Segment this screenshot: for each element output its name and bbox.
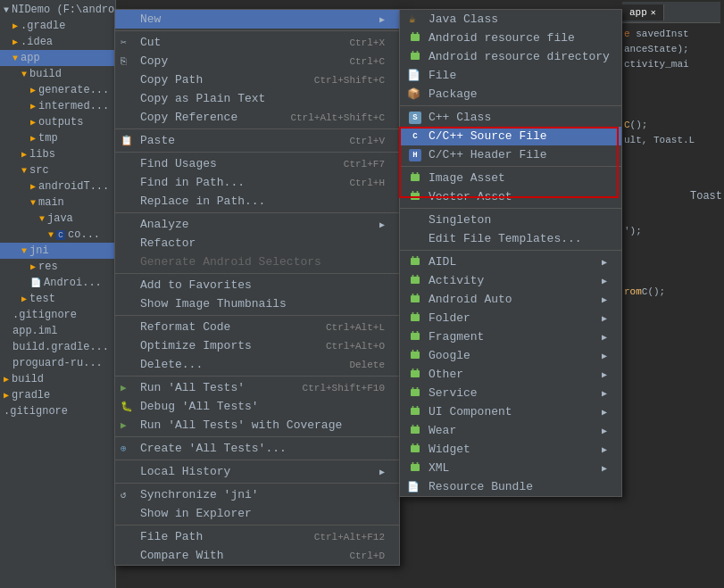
menu-item-create[interactable]: ⊕ Create 'All Tests'...	[115, 439, 399, 458]
image-asset-icon	[409, 170, 421, 186]
menu-item-paste[interactable]: 📋 Paste Ctrl+V	[115, 131, 399, 150]
tree-intermed[interactable]: ▶ intermed...	[0, 98, 115, 114]
tree-buildgradle[interactable]: build.gradle...	[0, 339, 115, 355]
menu-item-favorites[interactable]: Add to Favorites	[115, 276, 399, 294]
submenu-item-android-auto[interactable]: Android Auto ▶	[400, 290, 621, 309]
wear-arrow: ▶	[602, 426, 607, 436]
submenu-cpp-class-label: C++ Class	[429, 111, 491, 124]
tree-app[interactable]: ▼ app	[0, 50, 115, 66]
menu-item-reformat-label: Reformat Code	[140, 320, 308, 334]
submenu-item-xml[interactable]: XML ▶	[400, 459, 621, 477]
tree-gradle2[interactable]: ▶ gradle	[0, 387, 115, 403]
menu-item-new-label: New	[140, 12, 376, 26]
code-line-14: ');	[624, 224, 719, 239]
tree-build[interactable]: ▼ build	[0, 66, 115, 82]
submenu-item-folder[interactable]: Folder ▶	[400, 309, 621, 327]
menu-item-new[interactable]: New ▶	[115, 10, 399, 29]
menu-item-compare[interactable]: Compare With Ctrl+D	[115, 546, 399, 565]
menu-item-replace-path[interactable]: Replace in Path...	[115, 192, 399, 211]
tree-main[interactable]: ▼ main	[0, 195, 115, 211]
submenu-item-cpp-header[interactable]: H C/C++ Header File	[400, 145, 621, 164]
menu-item-local-history[interactable]: Local History ▶	[115, 462, 399, 481]
menu-item-find-usages[interactable]: Find Usages Ctrl+F7	[115, 154, 399, 173]
submenu-item-vector-asset[interactable]: Vector Asset	[400, 187, 621, 206]
menu-item-filepath[interactable]: File Path Ctrl+Alt+F12	[115, 527, 399, 546]
submenu-item-widget[interactable]: Widget ▶	[400, 440, 621, 459]
tree-generate[interactable]: ▶ generate...	[0, 82, 115, 98]
menu-item-cut[interactable]: ✂ Cut Ctrl+X	[115, 33, 399, 52]
submenu-item-google[interactable]: Google ▶	[400, 346, 621, 365]
submenu-item-cpp-source[interactable]: C C/C++ Source File	[400, 127, 621, 145]
menu-item-optimize-label: Optimize Imports	[140, 339, 308, 352]
tree-co[interactable]: ▼ c co...	[0, 227, 115, 243]
tree-appiml[interactable]: app.iml	[0, 323, 115, 339]
menu-item-find-path[interactable]: Find in Path... Ctrl+H	[115, 173, 399, 192]
menu-run-shortcut: Ctrl+Shift+F10	[303, 383, 385, 393]
submenu-item-aidl[interactable]: AIDL ▶	[400, 253, 621, 271]
submenu-item-image-asset[interactable]: Image Asset	[400, 169, 621, 187]
submenu-item-wear[interactable]: Wear ▶	[400, 421, 621, 440]
tree-gitignore[interactable]: .gitignore	[0, 307, 115, 323]
submenu-item-file[interactable]: 📄 File	[400, 66, 621, 85]
menu-item-refactor[interactable]: Refactor	[115, 234, 399, 253]
menu-item-copy[interactable]: ⎘ Copy Ctrl+C	[115, 52, 399, 70]
submenu-item-android-res-dir[interactable]: Android resource directory	[400, 47, 621, 66]
menu-item-run[interactable]: ▶ Run 'All Tests' Ctrl+Shift+F10	[115, 378, 399, 397]
menu-item-copy-plain[interactable]: Copy as Plain Text	[115, 89, 399, 108]
submenu-item-ui-component[interactable]: UI Component ▶	[400, 402, 621, 421]
tree-src[interactable]: ▼ src	[0, 162, 115, 178]
ui-component-icon	[409, 404, 421, 420]
submenu-item-activity[interactable]: Activity ▶	[400, 271, 621, 290]
tab-app[interactable]: app ✕	[622, 4, 664, 21]
submenu-item-package[interactable]: 📦 Package	[400, 85, 621, 104]
tree-gradle[interactable]: ▶ .gradle	[0, 18, 115, 34]
tree-res[interactable]: ▶ res	[0, 259, 115, 275]
submenu-item-edit-templates[interactable]: Edit File Templates...	[400, 229, 621, 248]
svg-point-49	[417, 462, 419, 464]
tree-jni[interactable]: ▼ jni	[0, 243, 115, 259]
menu-item-copy-path[interactable]: Copy Path Ctrl+Shift+C	[115, 70, 399, 89]
menu-item-optimize[interactable]: Optimize Imports Ctrl+Alt+O	[115, 336, 399, 355]
tree-java[interactable]: ▼ java	[0, 211, 115, 227]
menu-item-thumbnails[interactable]: Show Image Thumbnails	[115, 294, 399, 313]
android-res-file-icon	[409, 30, 421, 46]
tree-outputs[interactable]: ▶ outputs	[0, 114, 115, 130]
svg-point-18	[412, 275, 414, 277]
tree-proguard[interactable]: proguard-ru...	[0, 355, 115, 371]
menu-item-delete[interactable]: Delete... Delete	[115, 355, 399, 374]
submenu-item-service[interactable]: Service ▶	[400, 384, 621, 402]
tree-tmp-label: tmp	[38, 132, 58, 145]
menu-item-gen-selectors-label: Generate Android Selectors	[140, 255, 385, 269]
tree-libs[interactable]: ▶ libs	[0, 146, 115, 162]
submenu-item-singleton[interactable]: Singleton	[400, 211, 621, 229]
menu-item-find-path-label: Find in Path...	[140, 176, 331, 189]
menu-item-explorer[interactable]: Show in Explorer	[115, 504, 399, 523]
menu-item-coverage[interactable]: ▶ Run 'All Tests' with Coverage	[115, 416, 399, 435]
tree-test[interactable]: ▶ test	[0, 291, 115, 307]
menu-item-favorites-label: Add to Favorites	[140, 278, 385, 292]
tree-root[interactable]: ▼ NIDemo (F:\andro	[0, 2, 115, 18]
tree-gitignore2[interactable]: .gitignore	[0, 403, 115, 419]
submenu-item-cpp-class[interactable]: S C++ Class	[400, 108, 621, 127]
run-icon: ▶	[121, 382, 127, 393]
code-panel: app ✕ e savedInst anceState); ctivity_ma…	[619, 0, 724, 588]
tree-androidT[interactable]: ▶ androidT...	[0, 178, 115, 195]
tree-tmp[interactable]: ▶ tmp	[0, 130, 115, 146]
submenu-item-other[interactable]: Other ▶	[400, 365, 621, 384]
submenu-item-android-res-file[interactable]: Android resource file	[400, 29, 621, 47]
sync-icon: ↺	[121, 489, 127, 501]
submenu-new: ☕ Java Class Android resource file Andro…	[399, 9, 622, 497]
tree-build2[interactable]: ▶ build	[0, 371, 115, 387]
menu-item-reformat[interactable]: Reformat Code Ctrl+Alt+L	[115, 318, 399, 336]
menu-item-sync[interactable]: ↺ Synchronize 'jni'	[115, 485, 399, 504]
submenu-item-fragment[interactable]: Fragment ▶	[400, 327, 621, 346]
submenu-item-java-class[interactable]: ☕ Java Class	[400, 10, 621, 29]
close-icon[interactable]: ✕	[651, 7, 656, 18]
svg-rect-5	[411, 53, 420, 60]
tree-androi[interactable]: 📄 Androi...	[0, 275, 115, 291]
menu-item-analyze[interactable]: Analyze ▶	[115, 215, 399, 234]
submenu-item-resource-bundle[interactable]: 📄 Resource Bundle	[400, 477, 621, 496]
menu-item-copy-ref[interactable]: Copy Reference Ctrl+Alt+Shift+C	[115, 108, 399, 127]
menu-item-debug[interactable]: 🐛 Debug 'All Tests'	[115, 397, 399, 416]
tree-idea[interactable]: ▶ .idea	[0, 34, 115, 50]
